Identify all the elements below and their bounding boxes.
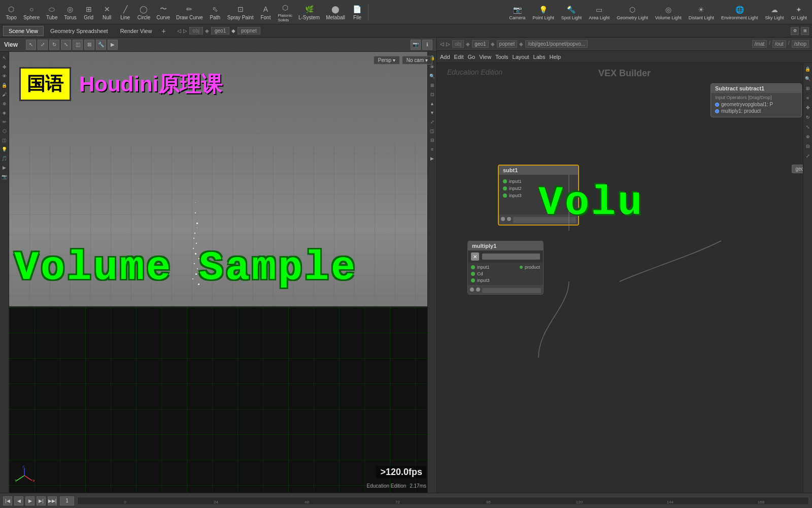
edit-icon[interactable]: ✏ bbox=[1, 118, 9, 126]
toolbar-sphere[interactable]: ○ Sphere bbox=[20, 3, 43, 21]
obj-icon[interactable]: ◫ bbox=[1, 136, 9, 144]
toolbar-camera[interactable]: 📷 Camera bbox=[506, 3, 528, 21]
right-path-popnet[interactable]: popnet bbox=[497, 40, 518, 48]
toolbar-volume-light[interactable]: ◎ Volume Light bbox=[652, 3, 685, 21]
view-split-button[interactable]: ⊞ bbox=[801, 27, 809, 35]
toolbar-platonic[interactable]: ⬡ PlatonicSolids bbox=[275, 1, 295, 23]
cam-button[interactable]: No cam ▾ bbox=[402, 56, 432, 65]
timeline-start-btn[interactable]: |◀ bbox=[3, 496, 12, 505]
view-settings-button[interactable]: ⚙ bbox=[791, 27, 799, 35]
vp-zoom-icon[interactable]: 🔍 bbox=[428, 72, 436, 80]
menu-edit[interactable]: Edit bbox=[454, 54, 464, 60]
toolbar-spot-light[interactable]: 🔦 Spot Light bbox=[558, 3, 585, 21]
tab-add-button[interactable]: + bbox=[158, 27, 168, 35]
rs-plus-icon[interactable]: ⊕ bbox=[804, 133, 812, 141]
toolbar-tube[interactable]: ⬭ Tube bbox=[43, 3, 61, 21]
toolbar-geo-light[interactable]: ⬡ Geometry Light bbox=[614, 3, 651, 21]
camera-settings-icon[interactable]: 📷 bbox=[411, 40, 421, 50]
right-path-mat[interactable]: /mat bbox=[752, 40, 767, 48]
scale-tool-icon[interactable]: ⤡ bbox=[61, 40, 71, 50]
toolbar-path[interactable]: ⬁ Path bbox=[206, 3, 224, 21]
vp-down-icon[interactable]: ▼ bbox=[428, 109, 436, 117]
headlight-icon[interactable]: 💡 bbox=[1, 145, 9, 153]
deform-icon[interactable]: ⬡ bbox=[1, 127, 9, 135]
render2-icon[interactable]: ▶ bbox=[1, 164, 9, 172]
rs-grid-icon[interactable]: ⊞ bbox=[804, 84, 812, 92]
lock-icon[interactable]: 🔒 bbox=[1, 81, 9, 89]
pose-icon[interactable]: ◈ bbox=[1, 109, 9, 117]
audio-icon[interactable]: 🎵 bbox=[1, 154, 9, 163]
path-obj[interactable]: obj bbox=[189, 27, 203, 35]
select-tool-icon[interactable]: ↖ bbox=[26, 40, 36, 50]
path-popnet[interactable]: popnet bbox=[238, 27, 260, 35]
menu-tools[interactable]: Tools bbox=[495, 54, 509, 60]
toolbar-line[interactable]: ╱ Line bbox=[116, 3, 134, 21]
rs-move-icon[interactable]: ✤ bbox=[804, 104, 812, 112]
toolbar-gi-light[interactable]: ✦ GI Light bbox=[788, 3, 810, 21]
frame-input[interactable] bbox=[60, 496, 74, 505]
vp-mirror-icon[interactable]: ◫ bbox=[428, 127, 436, 135]
toolbar-file[interactable]: 📄 File bbox=[348, 3, 366, 21]
nav-back-icon[interactable]: ◁ bbox=[440, 41, 444, 47]
timeline-play-btn[interactable]: ▶ bbox=[25, 496, 35, 505]
handle-icon[interactable]: ✤ bbox=[1, 63, 9, 71]
toolbar-circle[interactable]: ◯ Circle bbox=[134, 3, 154, 21]
timeline-end-btn[interactable]: ▶▶| bbox=[48, 496, 57, 505]
rs-lock-icon[interactable]: 🔒 bbox=[804, 65, 812, 73]
toolbar-curve[interactable]: 〜 Curve bbox=[153, 3, 173, 21]
tab-render-view[interactable]: Render View bbox=[115, 26, 158, 36]
rs-rotate-icon[interactable]: ↻ bbox=[804, 113, 812, 121]
vp-render3-icon[interactable]: ▶ bbox=[428, 154, 436, 163]
menu-layout[interactable]: Layout bbox=[513, 54, 529, 60]
toolbar-distant-light[interactable]: ☀ Distant Light bbox=[686, 3, 717, 21]
toolbar-sky-light[interactable]: ☁ Sky Light bbox=[762, 3, 787, 21]
tab-scene-view[interactable]: Scene View bbox=[3, 26, 44, 36]
node-multiply[interactable]: multiply1 ✕ input1 product bbox=[467, 241, 544, 295]
toolbar-spray-paint[interactable]: ⊡ Spray Paint bbox=[224, 3, 257, 21]
toolbar-font[interactable]: A Font bbox=[256, 3, 275, 21]
timeline-next-btn[interactable]: ▶| bbox=[37, 496, 46, 505]
menu-add[interactable]: Add bbox=[440, 54, 450, 60]
right-path-popvop[interactable]: /obj/geo1/popnet/popvo... bbox=[525, 40, 588, 48]
tab-geometry-spreadsheet[interactable]: Geometry Spreadsheet bbox=[45, 26, 114, 36]
toolbar-torus[interactable]: ◎ Torus bbox=[61, 3, 79, 21]
multiply-close-btn[interactable]: ✕ bbox=[471, 252, 479, 261]
toolbar-point-light[interactable]: 💡 Point Light bbox=[529, 3, 557, 21]
vp-expand-icon[interactable]: ⤢ bbox=[428, 118, 436, 126]
rs-minus-icon[interactable]: ⊟ bbox=[804, 142, 812, 150]
rs-fit-icon[interactable]: ⤢ bbox=[804, 152, 812, 160]
right-path-shop[interactable]: /shop bbox=[792, 40, 809, 48]
toolbar-grid[interactable]: ⊞ Grid bbox=[80, 3, 98, 21]
persp-button[interactable]: Persp ▾ bbox=[374, 56, 400, 65]
vp-up-icon[interactable]: ▲ bbox=[428, 100, 436, 108]
rs-scale-icon[interactable]: ⤡ bbox=[804, 123, 812, 131]
transform-tool-icon[interactable]: ⤢ bbox=[38, 40, 48, 50]
menu-help[interactable]: Help bbox=[549, 54, 561, 60]
vp-grid2-icon[interactable]: ⊞ bbox=[428, 81, 436, 89]
vp-snap2-icon[interactable]: ⊡ bbox=[428, 90, 436, 99]
timeline-track[interactable]: 0 24 48 72 96 120 144 168 bbox=[77, 497, 809, 505]
rs-layers-icon[interactable]: ≡ bbox=[804, 94, 812, 102]
render-icon[interactable]: ▶ bbox=[108, 40, 118, 50]
camera2-icon[interactable]: 📷 bbox=[1, 173, 9, 181]
vp-split-icon[interactable]: ⊟ bbox=[428, 136, 436, 144]
info-icon[interactable]: ℹ bbox=[422, 40, 432, 50]
toolbar-area-light[interactable]: ▭ Area Light bbox=[586, 3, 613, 21]
shading-icon[interactable]: ◫ bbox=[73, 40, 83, 50]
rotate-tool-icon[interactable]: ↻ bbox=[49, 40, 59, 50]
snap-icon[interactable]: 🔧 bbox=[96, 40, 106, 50]
toolbar-env-light[interactable]: 🌐 Environment Light bbox=[718, 3, 761, 21]
menu-labs[interactable]: Labs bbox=[533, 54, 546, 60]
timeline-prev-btn[interactable]: ◀ bbox=[14, 496, 23, 505]
rs-zoom-icon[interactable]: 🔍 bbox=[804, 75, 812, 83]
display-icon[interactable]: ⊠ bbox=[84, 40, 94, 50]
right-path-geo1[interactable]: geo1 bbox=[472, 40, 488, 48]
right-path-out[interactable]: /out bbox=[772, 40, 786, 48]
toolbar-draw-curve[interactable]: ✏ Draw Curve bbox=[173, 3, 206, 21]
path-geo1[interactable]: geo1 bbox=[211, 27, 229, 35]
menu-view[interactable]: View bbox=[479, 54, 491, 60]
menu-go[interactable]: Go bbox=[468, 54, 476, 60]
toolbar-null[interactable]: ✕ Null bbox=[98, 3, 116, 21]
toolbar-metaball[interactable]: ⬤ Metaball bbox=[323, 3, 348, 21]
toolbar-lsystem[interactable]: 🌿 L-System bbox=[295, 3, 323, 21]
